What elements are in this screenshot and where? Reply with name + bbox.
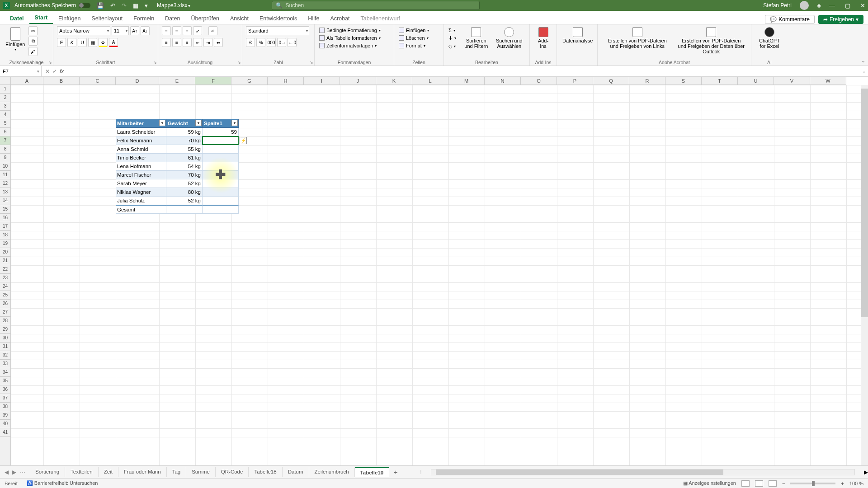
sheet-prev-icon[interactable]: ◀ [5, 469, 9, 475]
col-header-S[interactable]: S [665, 77, 702, 84]
format-cells-button[interactable]: Format▾ [398, 42, 426, 49]
chevron-down-icon[interactable]: ▾ [14, 48, 16, 52]
decrease-font-icon[interactable]: A↓ [141, 26, 150, 35]
sort-filter-button[interactable]: Sortieren und Filtern [462, 26, 491, 50]
align-top-icon[interactable]: ≡ [162, 26, 171, 35]
row-header-32[interactable]: 32 [0, 351, 10, 360]
delete-cells-button[interactable]: Löschen▾ [398, 35, 429, 41]
paste-button[interactable]: Einfügen ▾ [4, 26, 27, 53]
toggle-switch-icon[interactable] [79, 3, 90, 8]
align-middle-icon[interactable]: ≡ [172, 26, 181, 35]
insert-cells-button[interactable]: Einfügen▾ [398, 27, 430, 33]
dialog-launcher-icon[interactable]: ↘ [310, 60, 313, 65]
border-button[interactable]: ▦ [88, 38, 97, 47]
table-row[interactable] [203, 188, 239, 197]
row-header-6[interactable]: 6 [0, 128, 10, 136]
scroll-right-icon[interactable]: ▶ [864, 469, 868, 475]
filter-dropdown-icon[interactable]: ▼ [195, 120, 202, 126]
data-analysis-button[interactable]: Datenanalyse [561, 26, 594, 44]
bold-button[interactable]: F [57, 38, 66, 47]
active-cell[interactable] [202, 136, 239, 145]
fx-icon[interactable]: fx [60, 68, 64, 75]
chatgpt-button[interactable]: ChatGPT for Excel [755, 26, 784, 50]
table-header[interactable]: Gewicht▼ [166, 119, 203, 128]
row-header-37[interactable]: 37 [0, 394, 10, 403]
table-header[interactable]: Mitarbeiter▼ [116, 119, 166, 128]
col-header-U[interactable]: U [738, 77, 774, 84]
format-as-table-button[interactable]: Als Tabelle formatieren▾ [318, 35, 382, 41]
flash-fill-options-icon[interactable]: ⚡ [240, 137, 247, 144]
col-header-J[interactable]: J [340, 77, 376, 84]
redo-icon[interactable]: ↷ [122, 2, 127, 9]
table-total[interactable] [203, 205, 239, 214]
number-format-combo[interactable]: Standard [246, 26, 309, 35]
increase-font-icon[interactable]: A↑ [130, 26, 139, 35]
currency-icon[interactable]: € [246, 38, 255, 47]
decrease-indent-icon[interactable]: ⇤ [193, 38, 202, 47]
select-all-corner[interactable] [0, 77, 11, 85]
table-row[interactable]: Lena Hofmann [116, 162, 166, 171]
diamond-icon[interactable]: ◈ [817, 2, 821, 9]
file-name[interactable]: Mappe3.xlsx [157, 2, 187, 9]
table-header[interactable]: Spalte1▼ [203, 119, 239, 128]
sheet-tab-zeit[interactable]: Zeit [99, 467, 118, 477]
sheet-tab-tabelle10[interactable]: Tabelle10 [355, 467, 390, 477]
sheet-tab-datum[interactable]: Datum [283, 467, 309, 477]
row-header-29[interactable]: 29 [0, 325, 10, 334]
row-header-4[interactable]: 4 [0, 111, 10, 119]
table-row[interactable] [203, 154, 239, 162]
row-header-27[interactable]: 27 [0, 308, 10, 317]
search-input[interactable]: 🔍 Suchen [272, 1, 480, 10]
row-header-14[interactable]: 14 [0, 197, 10, 205]
merge-icon[interactable]: ⬌ [214, 38, 223, 47]
table-row[interactable] [203, 197, 239, 205]
col-header-N[interactable]: N [485, 77, 521, 84]
normal-view-icon[interactable] [741, 480, 750, 487]
table-row[interactable]: 80 kg [166, 188, 203, 197]
table-row[interactable]: 52 kg [166, 179, 203, 188]
table-row[interactable] [203, 171, 239, 179]
thousands-icon[interactable]: 000 [267, 38, 276, 47]
table-row[interactable]: 59 [203, 128, 239, 136]
table-row[interactable]: Julia Schulz [116, 197, 166, 205]
page-break-view-icon[interactable] [769, 480, 777, 487]
row-header-35[interactable]: 35 [0, 377, 10, 385]
accept-formula-icon[interactable]: ✓ [52, 68, 57, 75]
col-header-V[interactable]: V [774, 77, 810, 84]
row-header-12[interactable]: 12 [0, 179, 10, 188]
row-header-40[interactable]: 40 [0, 420, 10, 428]
align-center-icon[interactable]: ≡ [172, 38, 181, 47]
row-header-16[interactable]: 16 [0, 214, 10, 222]
filename-dropdown-icon[interactable]: ▾ [188, 3, 190, 8]
dialog-launcher-icon[interactable]: ↘ [153, 60, 157, 65]
increase-indent-icon[interactable]: ⇥ [203, 38, 212, 47]
undo-icon[interactable]: ↶ [110, 2, 115, 9]
row-header-20[interactable]: 20 [0, 248, 10, 257]
col-header-D[interactable]: D [116, 77, 159, 84]
table-row[interactable]: Timo Becker [116, 154, 166, 162]
camera-icon[interactable]: ▦ [133, 2, 138, 9]
tab-entwicklertools[interactable]: Entwicklertools [254, 13, 302, 24]
dialog-launcher-icon[interactable]: ↘ [237, 60, 241, 65]
row-header-41[interactable]: 41 [0, 428, 10, 437]
tab-hilfe[interactable]: Hilfe [302, 13, 325, 24]
comments-button[interactable]: 💬Kommentare [765, 15, 815, 24]
minimize-button[interactable]: — [829, 2, 835, 9]
underline-button[interactable]: U [78, 38, 87, 47]
sheet-next-icon[interactable]: ▶ [12, 469, 16, 475]
table-row[interactable]: 70 kg [166, 171, 203, 179]
tab-ansicht[interactable]: Ansicht [225, 13, 254, 24]
font-name-combo[interactable]: Aptos Narrow [57, 26, 110, 35]
row-header-3[interactable]: 3 [0, 102, 10, 111]
wrap-text-icon[interactable]: ↵ [208, 26, 217, 35]
scrollbar-thumb[interactable] [436, 469, 723, 475]
format-painter-icon[interactable]: 🖌 [28, 47, 38, 56]
row-header-39[interactable]: 39 [0, 411, 10, 420]
col-header-I[interactable]: I [304, 77, 340, 84]
accessibility-status[interactable]: ♿ Barrierefreiheit: Untersuchen [27, 480, 98, 486]
table-row[interactable] [203, 145, 239, 154]
cell-styles-button[interactable]: Zellenformatvorlagen▾ [318, 42, 377, 49]
sheet-tab-frau oder mann[interactable]: Frau oder Mann [118, 467, 167, 477]
zoom-in-button[interactable]: + [841, 481, 844, 486]
tab-file[interactable]: Datei [5, 13, 29, 24]
